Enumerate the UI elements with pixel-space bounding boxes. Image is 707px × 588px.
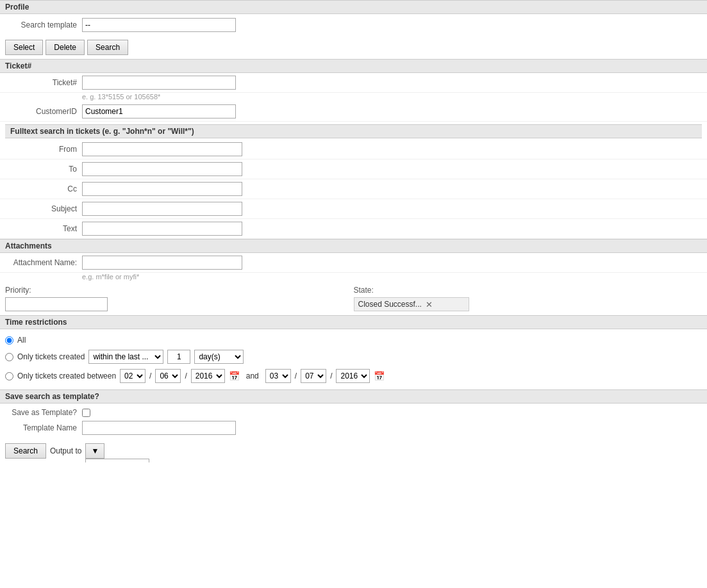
customerid-row: CustomerID: [0, 102, 707, 122]
state-section: State: Closed Successf... ✕: [354, 286, 703, 311]
radio-all-row: All: [5, 333, 702, 347]
radio-between-row: Only tickets created between 01020304 05…: [5, 366, 702, 386]
bottom-search-button[interactable]: Search: [5, 443, 46, 459]
text-label: Text: [5, 224, 82, 233]
ticket-input[interactable]: [82, 76, 236, 90]
dropdown-item-dash[interactable]: --: [86, 459, 149, 462]
to-input[interactable]: [82, 162, 242, 176]
from-calendar-icon[interactable]: 📅: [229, 371, 240, 381]
slash1: /: [149, 372, 151, 380]
priority-label: Priority:: [5, 286, 354, 295]
from-year-select[interactable]: 2014201520162017: [191, 369, 225, 383]
customerid-input[interactable]: [82, 104, 236, 118]
fulltext-header: Fulltext search in tickets (e. g. "John*…: [5, 124, 702, 138]
state-value: Closed Successf...: [358, 300, 422, 309]
to-month-select[interactable]: 01020304 05060708 09101112: [265, 369, 291, 383]
radio-between-label: Only tickets created between: [17, 372, 116, 380]
priority-section: Priority:: [5, 286, 354, 311]
unit-select[interactable]: minute(s) hour(s) day(s) week(s) month(s…: [194, 350, 244, 364]
radio-all-label: All: [17, 336, 26, 345]
time-restrictions-header: Time restrictions: [0, 315, 707, 329]
save-as-template-label: Save as Template?: [5, 408, 82, 417]
from-month-select[interactable]: 01020304 05060708 09101112: [120, 369, 146, 383]
to-calendar-icon[interactable]: 📅: [374, 371, 385, 381]
radio-created-label: Only tickets created: [17, 352, 85, 361]
cc-row: Cc: [0, 179, 707, 199]
save-as-template-row: Save as Template?: [5, 406, 702, 419]
text-row: Text: [0, 219, 707, 239]
customerid-label: CustomerID: [5, 107, 82, 116]
fulltext-section: Fulltext search in tickets (e. g. "John*…: [0, 122, 707, 140]
radio-all[interactable]: [5, 336, 13, 345]
subject-row: Subject: [0, 199, 707, 219]
save-template-section: Save as Template? Template Name: [0, 404, 707, 439]
save-template-header: Save search as template?: [0, 389, 707, 404]
attachment-name-label: Attachment Name:: [5, 258, 82, 267]
slash2: /: [185, 372, 187, 380]
from-row: From: [0, 140, 707, 159]
template-name-label: Template Name: [5, 423, 82, 432]
ticket-row: Ticket#: [0, 73, 707, 93]
template-name-row: Template Name: [5, 419, 702, 437]
ticket-section-header: Ticket#: [0, 59, 707, 73]
search-template-row: Search template: [0, 14, 707, 36]
search-template-input[interactable]: [82, 18, 236, 32]
to-label: To: [5, 165, 82, 174]
output-label: Output to: [50, 446, 81, 455]
save-as-template-checkbox[interactable]: [82, 409, 90, 417]
within-num-input[interactable]: [167, 350, 190, 364]
output-dropdown-button[interactable]: ▼: [85, 443, 104, 459]
radio-created-row: Only tickets created within the last ...…: [5, 347, 702, 366]
template-name-input[interactable]: [82, 421, 236, 435]
to-row: To: [0, 159, 707, 179]
search-button[interactable]: Search: [87, 40, 128, 55]
page-title: Profile: [0, 0, 707, 14]
within-select[interactable]: within the last ... more than ... ago: [88, 350, 163, 364]
attachment-name-input[interactable]: [82, 256, 242, 270]
select-button[interactable]: Select: [5, 40, 43, 55]
priority-input[interactable]: [5, 297, 108, 311]
bottom-toolbar: Search Output to ▼ -- CSV Excel Normal P…: [0, 439, 707, 462]
text-input[interactable]: [82, 222, 242, 236]
to-year-select[interactable]: 2014201520162017: [336, 369, 370, 383]
output-dropdown-arrow: ▼: [91, 446, 99, 455]
delete-button[interactable]: Delete: [46, 40, 85, 55]
from-input[interactable]: [82, 142, 242, 156]
from-label: From: [5, 145, 82, 154]
radio-created[interactable]: [5, 353, 13, 361]
priority-state-row: Priority: State: Closed Successf... ✕: [0, 282, 707, 315]
slash3: /: [295, 372, 297, 380]
cc-input[interactable]: [82, 182, 242, 196]
attachment-hint: e.g. m*file or myfi*: [0, 273, 707, 282]
slash4: /: [330, 372, 332, 380]
state-label: State:: [354, 286, 703, 295]
subject-input[interactable]: [82, 202, 242, 216]
to-day-select[interactable]: 01020304 05060708 0910: [301, 369, 326, 383]
output-dropdown-wrapper: ▼ -- CSV Excel Normal Print 1: [85, 443, 104, 459]
main-toolbar: Select Delete Search: [0, 36, 707, 59]
cc-label: Cc: [5, 184, 82, 193]
attachments-header: Attachments: [0, 239, 707, 253]
ticket-label: Ticket#: [5, 78, 82, 87]
output-dropdown-menu: -- CSV Excel Normal Print 1: [85, 459, 149, 462]
state-close-icon[interactable]: ✕: [426, 300, 433, 309]
ticket-hint: e. g. 13*5155 or 105658*: [0, 93, 707, 102]
search-template-label: Search template: [5, 20, 82, 29]
from-day-select[interactable]: 01020304 05060708 0910: [155, 369, 181, 383]
radio-between[interactable]: [5, 372, 13, 380]
time-restrictions-section: All Only tickets created within the last…: [0, 329, 707, 389]
subject-label: Subject: [5, 204, 82, 213]
and-label: and: [246, 372, 259, 380]
attachment-name-row: Attachment Name:: [0, 253, 707, 273]
state-tag: Closed Successf... ✕: [354, 297, 469, 311]
